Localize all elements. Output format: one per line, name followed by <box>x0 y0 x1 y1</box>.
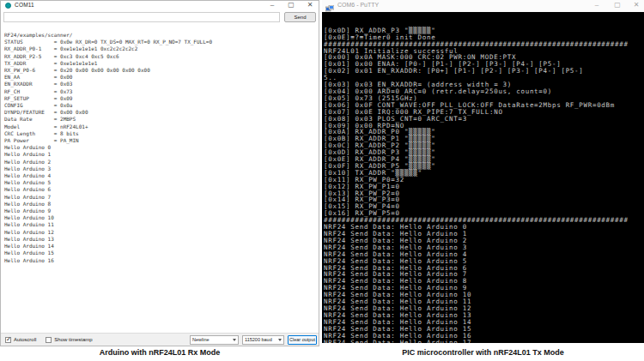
clear-output-button[interactable]: Clear output <box>288 335 317 345</box>
serial-port-icon <box>5 3 11 9</box>
serial-output-line: RX_ADDR_P2-5 = 0xc3 0xc4 0xc5 0xc6 <box>4 53 316 60</box>
serial-output-line: Hello Arduino 0 <box>4 144 316 151</box>
serial-output-line: Hello Arduino 7 <box>4 194 316 201</box>
serial-output-line: Hello Arduino 13 <box>4 236 316 243</box>
serial-output-line: TX_ADDR = 0xe1e1e1e1e1 <box>4 60 316 67</box>
autoscroll-label: Autoscroll <box>14 337 36 342</box>
serial-output-line: Hello Arduino 2 <box>4 159 316 165</box>
serial-output-line: RX_PW_P0-6 = 0x20 0x00 0x00 0x00 0x00 0x… <box>4 67 316 74</box>
serial-output-line: Hello Arduino 9 <box>4 208 316 214</box>
serial-output-line: Hello Arduino 11 <box>4 221 316 228</box>
serial-output: RF24/examples/scanner/STATUS = 0x0e RX_D… <box>4 32 316 333</box>
serial-output-line: Hello Arduino 4 <box>4 172 316 179</box>
serial-output-line: EN_RXADDR = 0x03 <box>4 81 316 87</box>
serial-output-line: Hello Arduino 14 <box>4 243 316 250</box>
serial-output-line: Hello Arduino 1 <box>4 151 316 158</box>
serial-monitor-toolbar: Autoscroll Show timestamp Newline 115200… <box>1 333 319 346</box>
serial-output-line: Hello Arduino 3 <box>4 165 316 172</box>
line-ending-value: Newline <box>192 337 210 342</box>
serial-output-line: STATUS = 0x0e RX_DR=0 TX_DS=0 MAX_RT=0 R… <box>4 39 316 45</box>
serial-output-line: RF_SETUP = 0x09 <box>4 95 316 102</box>
putty-window-title: COM6 - PuTTY <box>337 2 379 8</box>
serial-output-line: Hello Arduino 16 <box>4 257 316 264</box>
send-button[interactable]: Send <box>284 12 316 22</box>
serial-output-line: DYNPD/FEATURE = 0x00 0x00 <box>4 109 316 116</box>
show-timestamp-checkbox[interactable] <box>46 337 52 343</box>
serial-output-line: CONFIG = 0x0a <box>4 102 316 109</box>
maximize-icon[interactable]: ▢ <box>611 1 623 9</box>
serial-output-line: Hello Arduino 15 <box>4 250 316 256</box>
serial-output-line: Data Rate = 2MBPS <box>4 116 316 123</box>
serial-output-line: RX_ADDR_P0-1 = 0xe1e1e1e1e1 0xc2c2c2c2c2 <box>4 45 316 52</box>
serial-output-line: Hello Arduino 8 <box>4 201 316 208</box>
serial-output-line: RF_CH = 0x73 <box>4 88 316 95</box>
baud-rate-select[interactable]: 115200 baud <box>242 335 284 345</box>
chevron-down-icon <box>278 339 282 341</box>
maximize-icon[interactable]: ▢ <box>286 1 296 9</box>
serial-send-input[interactable] <box>3 12 280 22</box>
terminal-line: NRF24 Send Data: Hello Arduino 17 <box>324 340 644 344</box>
line-ending-select[interactable]: Newline <box>190 335 239 345</box>
arduino-titlebar[interactable]: COM11 – ▢ ✕ <box>1 1 319 10</box>
serial-output-line: EN_AA = 0x00 <box>4 74 316 81</box>
putty-window: COM6 - PuTTY – ▢ ✕ [0x0D] RX_ADDR_P3 "▒▒… <box>322 0 644 343</box>
autoscroll-checkbox[interactable] <box>5 337 11 343</box>
serial-output-line: Hello Arduino 10 <box>4 214 316 221</box>
right-caption: PIC microcontroller with nRF24L01 Tx Mod… <box>322 348 644 360</box>
putty-titlebar[interactable]: COM6 - PuTTY – ▢ ✕ <box>322 0 644 12</box>
serial-output-line: Hello Arduino 12 <box>4 229 316 236</box>
minimize-icon[interactable]: – <box>267 1 277 9</box>
terminal-lines: [0x0D] RX_ADDR_P3 "▒▒▒▒▒"[0x0E]≡?≡Timer0… <box>324 27 644 343</box>
close-icon[interactable]: ✕ <box>630 1 642 9</box>
serial-output-line: Model = nRF24L01+ <box>4 123 316 130</box>
serial-output-line: Hello Arduino 6 <box>4 186 316 193</box>
minimize-icon[interactable]: – <box>591 1 603 9</box>
left-caption: Arduino with nRF24L01 Rx Mode <box>0 348 319 360</box>
chevron-down-icon <box>233 339 236 341</box>
terminal-line: [0x02] 0x01 EN_RXADDR: [P0+] [P1-] [P2-]… <box>324 68 644 75</box>
serial-output-line: PA Power = PA_MIN <box>4 137 316 144</box>
baud-rate-value: 115200 baud <box>245 337 272 342</box>
serial-output-line: CRC Length = 8 bits <box>4 130 316 137</box>
arduino-window-title: COM11 <box>15 2 34 8</box>
serial-output-line: RF24/examples/scanner/ <box>4 32 316 39</box>
show-timestamp-label: Show timestamp <box>54 337 92 342</box>
close-icon[interactable]: ✕ <box>305 1 315 9</box>
arduino-serial-monitor-window: COM11 – ▢ ✕ Send RF24/examples/scanner/S… <box>0 0 319 346</box>
putty-terminal[interactable]: [0x0D] RX_ADDR_P3 "▒▒▒▒▒"[0x0E]≡?≡Timer0… <box>322 12 644 343</box>
serial-output-line: Hello Arduino 5 <box>4 179 316 186</box>
